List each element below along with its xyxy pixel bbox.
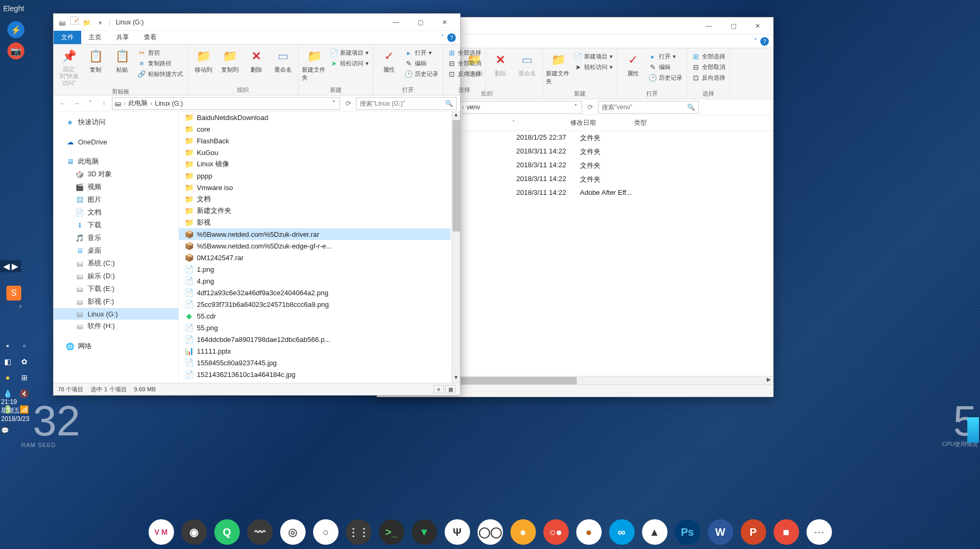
- col-type[interactable]: 类型: [630, 117, 693, 128]
- qat-dropdown[interactable]: ▾: [95, 18, 106, 28]
- forward-button[interactable]: →: [71, 98, 82, 109]
- right-edge-widget[interactable]: [967, 417, 979, 443]
- file-item[interactable]: 📁文档: [179, 193, 450, 205]
- widget-pager[interactable]: ◀▶: [0, 260, 21, 272]
- view-details-button[interactable]: ≡: [433, 385, 444, 393]
- nav-item[interactable]: 📄文档: [54, 206, 178, 219]
- properties-button[interactable]: ✓属性: [377, 46, 401, 74]
- file-item[interactable]: 📄4df12a93c6e32a46df9a3ce2404064a2.png: [179, 287, 450, 298]
- file-item[interactable]: 📄1521436213610c1a464184c.jpg: [179, 368, 450, 380]
- moveto-button[interactable]: 📁移动到: [191, 46, 215, 74]
- tray-icon[interactable]: ▫: [18, 339, 31, 353]
- copypath-button[interactable]: ≡复制路径: [136, 58, 184, 68]
- rename-button[interactable]: ▭重命名: [271, 46, 295, 74]
- file-item[interactable]: 📁影视: [179, 217, 450, 228]
- file-item[interactable]: 📁pppp: [179, 170, 450, 182]
- tab-share[interactable]: 共享: [109, 31, 136, 44]
- close-button[interactable]: ✕: [745, 18, 770, 35]
- file-item[interactable]: 📄1.png: [179, 263, 450, 275]
- tray-icon[interactable]: ▪: [1, 339, 14, 353]
- pin-button[interactable]: 📌固定到"快速访问": [57, 46, 81, 87]
- minimize-button[interactable]: —: [384, 14, 408, 31]
- navigation-pane[interactable]: ★快速访问 ☁OneDrive 🖥此电脑 🎲3D 对象🎬视频🖼图片📄文档⬇下载🎵…: [54, 111, 179, 383]
- dropdown-icon[interactable]: ˅: [572, 104, 579, 111]
- back-button[interactable]: ←: [57, 98, 68, 109]
- nav-network[interactable]: 🌐网络: [54, 340, 178, 353]
- crumb[interactable]: venv: [466, 104, 480, 111]
- dock-item[interactable]: ▲: [642, 519, 667, 545]
- delete-button[interactable]: ✕删除: [244, 46, 268, 74]
- paste-button[interactable]: 📋粘贴: [110, 46, 134, 74]
- file-item[interactable]: 📦%5Bwww.netded.com%5Dzuk-driver.rar: [179, 228, 450, 240]
- nav-item[interactable]: 🖥桌面: [54, 244, 178, 257]
- search-input[interactable]: [602, 104, 687, 111]
- nav-item[interactable]: 🖴Linux (G:): [54, 308, 178, 320]
- close-button[interactable]: ✕: [432, 14, 457, 31]
- maximize-button[interactable]: ▢: [408, 14, 432, 31]
- edit-button[interactable]: ✎编辑: [647, 62, 683, 72]
- dock-item[interactable]: ◉: [181, 519, 207, 545]
- dock-item[interactable]: Q: [214, 519, 240, 545]
- sidebar-app-icon-1[interactable]: S: [6, 286, 21, 301]
- invert-button[interactable]: ⊡反向选择: [690, 73, 726, 82]
- open-button[interactable]: ▸打开 ▾: [403, 48, 439, 57]
- widget-icon-1[interactable]: ⚡: [7, 21, 24, 38]
- nav-item[interactable]: 🖴软件 (H:): [54, 320, 178, 332]
- dock-item[interactable]: ●: [576, 519, 602, 545]
- cut-button[interactable]: ✂剪切: [136, 48, 184, 57]
- selectnone-button[interactable]: ⊟全部取消: [446, 58, 482, 68]
- file-item[interactable]: 📁core: [179, 123, 450, 135]
- crumb[interactable]: Linux (G:): [155, 100, 183, 107]
- file-item[interactable]: 📄25cc93f731b6a64023c24571b8ccc6a9.png: [179, 298, 450, 310]
- file-item[interactable]: 📄164ddcbde7a8901798dae12dbc6ab566.p...: [179, 333, 450, 345]
- crumb[interactable]: 此电脑: [128, 99, 148, 108]
- search-box[interactable]: 🔍: [598, 101, 699, 114]
- nav-item[interactable]: 🖴娱乐 (D:): [54, 270, 178, 282]
- tab-file[interactable]: 文件: [54, 31, 81, 44]
- newfolder-button[interactable]: 📁新建文件夹: [546, 49, 570, 85]
- nav-item[interactable]: 🎬视频: [54, 181, 178, 193]
- tray-icon[interactable]: ◧: [1, 355, 14, 368]
- tab-home[interactable]: 主页: [81, 31, 109, 44]
- chevron-right-icon[interactable]: ›: [19, 302, 22, 310]
- nav-onedrive[interactable]: ☁OneDrive: [54, 136, 178, 148]
- nav-item[interactable]: 🖴影视 (F:): [54, 295, 178, 308]
- file-item[interactable]: 📄4.png: [179, 275, 450, 287]
- vertical-scrollbar[interactable]: ▲ ▼: [452, 111, 460, 383]
- file-item[interactable]: ◆55.cdr: [179, 310, 450, 322]
- dock-item[interactable]: ∞: [609, 519, 635, 545]
- maximize-button[interactable]: ▢: [721, 18, 745, 35]
- nav-item[interactable]: ⬇下载: [54, 219, 178, 231]
- nav-item[interactable]: 🎵音乐: [54, 231, 178, 244]
- file-item[interactable]: 📊11111.pptx: [179, 345, 450, 357]
- history-button[interactable]: 🕑历史记录: [403, 69, 439, 79]
- dock-item[interactable]: ●: [510, 519, 536, 545]
- easyaccess-button[interactable]: ➤轻松访问 ▾: [328, 58, 370, 68]
- paste-shortcut-button[interactable]: 🔗粘贴快捷方式: [136, 69, 184, 79]
- dock-item[interactable]: P: [741, 519, 766, 545]
- refresh-button[interactable]: ⟳: [584, 101, 596, 113]
- nav-quick-access[interactable]: ★快速访问: [54, 116, 178, 128]
- refresh-button[interactable]: ⟳: [342, 98, 354, 109]
- nav-item[interactable]: 🎲3D 对象: [54, 168, 178, 181]
- easyaccess-button[interactable]: ➤轻松访问 ▾: [573, 62, 614, 72]
- file-item[interactable]: 📁Linux 镜像: [179, 158, 450, 170]
- tray-icon[interactable]: ✿: [18, 355, 31, 368]
- ribbon-collapse-icon[interactable]: ˅: [754, 38, 757, 45]
- dock-item[interactable]: ○: [313, 519, 339, 545]
- dock-item[interactable]: ▼: [412, 519, 437, 545]
- file-item[interactable]: 📁KuGou: [179, 147, 450, 158]
- minimize-button[interactable]: —: [697, 18, 721, 35]
- file-item[interactable]: 📁Vmware iso: [179, 182, 450, 193]
- selectnone-button[interactable]: ⊟全部取消: [690, 62, 726, 72]
- ribbon-collapse-icon[interactable]: ˄: [441, 34, 444, 41]
- dock-item[interactable]: Ps: [675, 519, 700, 545]
- tray-icon[interactable]: 💬: [1, 426, 29, 435]
- dock-item[interactable]: V M: [149, 519, 174, 545]
- newitem-button[interactable]: 📄新建项目 ▾: [328, 48, 370, 57]
- nav-item[interactable]: 🖴下载 (E:): [54, 282, 178, 295]
- col-date[interactable]: 修改日期: [566, 117, 630, 128]
- dock-item[interactable]: ◎: [280, 519, 306, 545]
- selectall-button[interactable]: ⊞全部选择: [446, 48, 482, 57]
- nav-item[interactable]: 🖼图片: [54, 193, 178, 206]
